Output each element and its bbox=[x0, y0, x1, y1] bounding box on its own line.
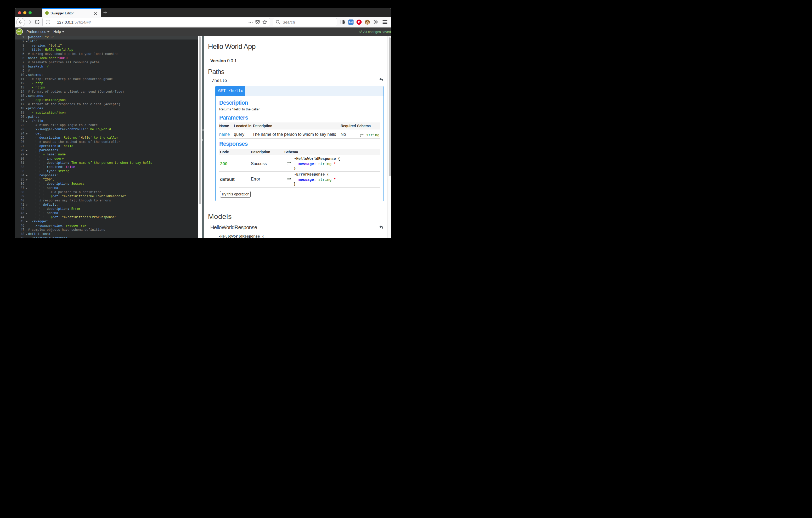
svg-text:P: P bbox=[358, 20, 360, 24]
